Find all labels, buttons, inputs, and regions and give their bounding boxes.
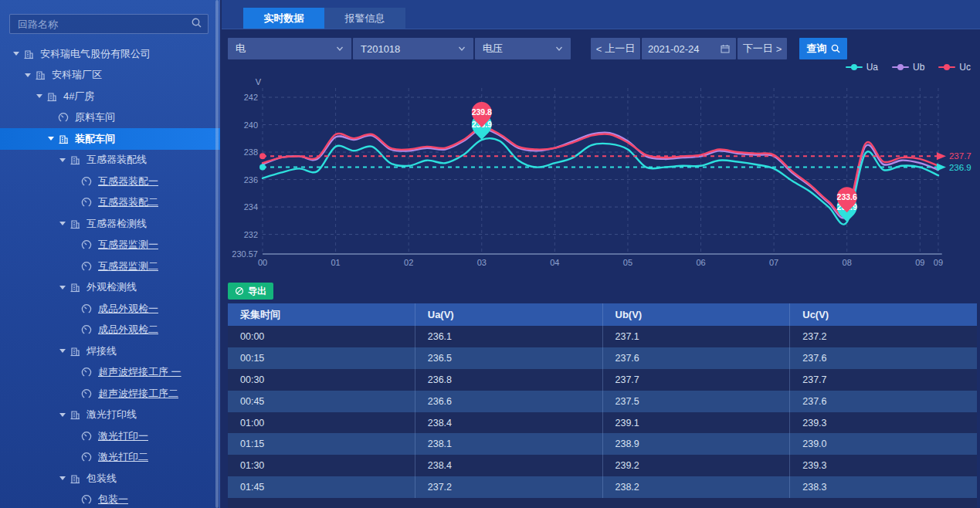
cell-ua: 237.2	[415, 476, 603, 498]
table-row-partial	[228, 498, 977, 508]
search-input[interactable]	[16, 18, 192, 31]
caret-slot[interactable]	[56, 286, 70, 290]
tab-alarm-info[interactable]: 报警信息	[324, 8, 405, 29]
legend-marker	[892, 66, 909, 68]
tree-item-label: 装配车间	[75, 132, 115, 146]
building-icon	[23, 49, 39, 59]
caret-slot[interactable]	[9, 52, 23, 56]
caret-slot[interactable]	[56, 476, 70, 480]
export-icon	[235, 286, 244, 296]
tree-item-label: 互感器装配线	[86, 153, 147, 167]
gauge-icon	[81, 239, 97, 250]
gauge-icon	[81, 367, 97, 378]
tree-item[interactable]: 焊接线	[0, 340, 220, 362]
cell-uc: 237.7	[790, 369, 977, 391]
gauge-icon	[81, 452, 97, 462]
tree-item[interactable]: 超声波焊接工序二	[0, 383, 220, 405]
tree-item[interactable]: 互感器监测二	[0, 256, 220, 277]
building-icon	[46, 91, 62, 102]
device-tree: 安科瑞电气股份有限公司 安科瑞厂区 4#厂房 原料车间 装配车间 互感器装配线 …	[0, 43, 220, 508]
cell-uc: 237.2	[790, 326, 977, 347]
legend-item[interactable]: Uc	[938, 62, 971, 73]
legend-item[interactable]: Ua	[846, 62, 878, 73]
tree-item[interactable]: 互感器监测一	[0, 235, 220, 256]
cell-uc: 239.0	[790, 433, 977, 455]
caret-slot[interactable]	[56, 158, 70, 162]
tree-item[interactable]: 安科瑞厂区	[0, 65, 220, 86]
tree-item[interactable]: 互感器检测线	[0, 213, 220, 235]
date-picker[interactable]: 2021-02-24	[642, 38, 736, 59]
query-button[interactable]: 查询	[799, 38, 847, 59]
tree-item[interactable]: 成品外观检二	[0, 320, 220, 341]
tree-item-label: 激光打印线	[86, 408, 137, 422]
tree-item[interactable]: 互感器装配一	[0, 171, 220, 192]
next-day-label: 下一日	[743, 42, 773, 56]
caret-slot[interactable]	[21, 73, 35, 77]
sidebar-scrollbar[interactable]	[215, 0, 219, 508]
legend-label: Uc	[959, 62, 971, 73]
tree-item[interactable]: 安科瑞电气股份有限公司	[0, 43, 220, 65]
cell-ub: 237.5	[603, 391, 791, 412]
energy-type-value: 电	[236, 42, 246, 56]
energy-type-select[interactable]: 电	[228, 38, 351, 59]
tree-item[interactable]: 超声波焊接工序 一	[0, 362, 220, 384]
cell-time: 00:00	[228, 326, 415, 347]
tree-item[interactable]: 激光打印线	[0, 405, 220, 426]
caret-down-icon	[59, 476, 66, 480]
tree-item[interactable]: 4#厂房	[0, 86, 220, 107]
next-day-button[interactable]: 下一日 >	[738, 38, 787, 59]
tree-item[interactable]: 激光打印一	[0, 425, 220, 447]
table-row: 01:00 238.4 239.1 239.3	[228, 412, 977, 434]
prev-day-button[interactable]: < 上一日	[591, 38, 640, 59]
main-panel: 实时数据 报警信息 电 T201018 电压 < 上一日 2021-02-24 …	[222, 0, 980, 508]
export-label: 导出	[248, 285, 266, 298]
tree-item[interactable]: 装配车间	[0, 128, 220, 150]
tree-item[interactable]: 激光打印二	[0, 447, 220, 469]
column-header: Uc(V)	[790, 303, 977, 326]
cell-ua: 238.4	[415, 412, 603, 434]
svg-text:07: 07	[769, 258, 778, 267]
svg-text:236: 236	[244, 175, 258, 185]
voltage-line-chart: V242240238236234232230.57000102030405060…	[224, 73, 976, 273]
tree-item-label: 焊接线	[86, 344, 117, 358]
caret-slot[interactable]	[56, 413, 70, 417]
tree-item[interactable]: 包装一	[0, 489, 220, 508]
svg-text:242: 242	[244, 93, 258, 102]
table-row: 01:30 238.4 239.2 239.3	[228, 455, 977, 476]
tree-item[interactable]: 互感器装配线	[0, 150, 220, 171]
tree-item-label: 互感器监测一	[98, 238, 158, 252]
tree-item[interactable]: 外观检测线	[0, 277, 220, 299]
cell-time: 01:00	[228, 412, 415, 434]
tree-item[interactable]: 原料车间	[0, 107, 220, 129]
tree-item-label: 激光打印一	[98, 429, 148, 443]
caret-slot[interactable]	[44, 137, 58, 141]
building-icon	[70, 282, 85, 293]
tree-item[interactable]: 成品外观检一	[0, 298, 220, 320]
tree-item-label: 原料车间	[75, 110, 115, 124]
caret-slot[interactable]	[32, 94, 46, 98]
filter-bar: 电 T201018 电压 < 上一日 2021-02-24 下一日 > 查询	[222, 29, 980, 63]
svg-text:234: 234	[244, 202, 258, 212]
search-icon[interactable]	[192, 17, 202, 31]
cell-time: 00:30	[228, 369, 415, 391]
gauge-icon	[81, 431, 97, 442]
caret-slot[interactable]	[56, 349, 70, 353]
tree-item[interactable]: 互感器装配二	[0, 192, 220, 214]
caret-down-icon	[48, 137, 54, 141]
svg-text:240: 240	[244, 120, 258, 130]
export-button[interactable]: 导出	[228, 283, 273, 300]
device-select[interactable]: T201018	[353, 38, 473, 59]
legend-item[interactable]: Ub	[892, 62, 924, 73]
tab-realtime-data[interactable]: 实时数据	[243, 8, 324, 29]
column-header: Ub(V)	[603, 303, 791, 326]
circuit-search-box[interactable]	[9, 14, 209, 34]
tree-item-label: 激光打印二	[98, 450, 148, 464]
caret-down-icon	[59, 158, 66, 162]
tree-item[interactable]: 包装线	[0, 468, 220, 489]
tree-item-label: 4#厂房	[63, 90, 94, 103]
caret-slot[interactable]	[56, 222, 70, 225]
table-row: 01:45 237.2 238.2 238.3	[228, 476, 977, 498]
tree-item-label: 互感器检测线	[86, 217, 147, 231]
metric-select[interactable]: 电压	[475, 38, 571, 59]
cell-uc: 239.3	[790, 412, 977, 434]
